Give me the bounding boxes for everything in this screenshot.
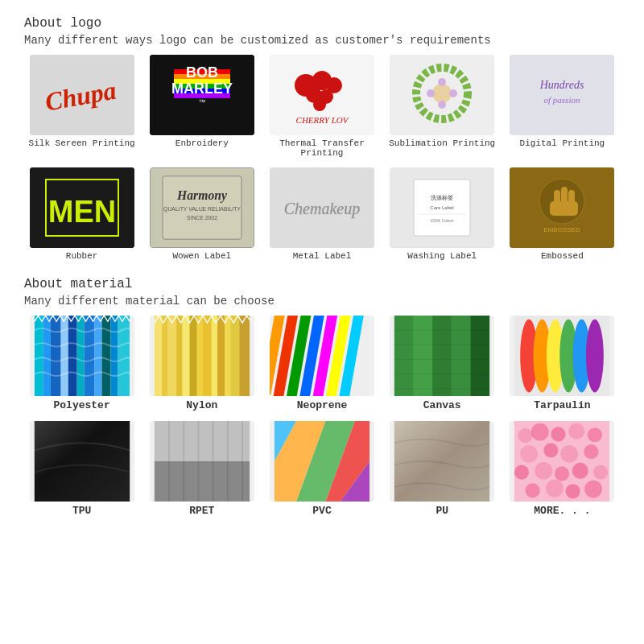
svg-rect-62 [101,316,110,396]
tarpaulin-label: Tarpaulin [534,399,590,411]
svg-rect-63 [110,316,118,396]
polyester-label: Polyester [53,399,109,411]
svg-text:CHERRY LOV: CHERRY LOV [296,115,349,125]
svg-text:™: ™ [198,98,205,106]
svg-point-126 [531,423,549,441]
rubber-item: MEN Rubber [24,167,139,267]
neoprene-image [270,316,374,396]
pvc-item: PVC [264,421,379,523]
svg-rect-71 [189,316,196,396]
svg-point-26 [449,89,457,97]
svg-text:BOB: BOB [186,64,218,80]
silk-screen-image: Chupa [30,55,134,135]
svg-point-130 [521,445,539,463]
sublimation-label: Sublimation Printing [389,138,495,148]
svg-point-134 [514,465,529,480]
svg-point-23 [438,78,446,86]
svg-rect-51 [550,201,578,216]
svg-point-18 [313,98,326,111]
rpet-label: RPET [189,505,214,517]
svg-point-127 [551,427,566,441]
svg-point-136 [555,466,569,481]
svg-point-104 [586,320,604,393]
svg-text:Chemakeup: Chemakeup [284,200,360,218]
svg-rect-89 [414,316,433,396]
thermal-image: CHERRY LOV [270,55,374,135]
washing-item: 洗涤标签 Care Label 100% Cotton Washing Labe… [385,167,500,267]
about-logo-title: About logo [24,16,620,31]
svg-point-132 [561,445,579,463]
svg-rect-70 [182,316,189,396]
svg-point-135 [535,462,553,480]
material-row-2: TPU [24,421,620,523]
svg-point-125 [518,428,533,443]
sublimation-image [390,55,494,135]
tpu-image [30,421,134,502]
digital-item: Hundreds of passion Digital Printing [505,55,620,164]
metal-label: Metal Label [293,251,352,261]
svg-rect-55 [43,316,50,396]
svg-rect-88 [394,316,414,396]
tarpaulin-item: Tarpaulin [505,316,620,418]
svg-text:Care Label: Care Label [431,205,454,210]
pvc-label: PVC [312,505,331,517]
polyester-item: Polyester [24,316,139,418]
svg-rect-74 [212,316,217,396]
silk-screen-label: Silk Sereen Printing [29,138,135,148]
digital-label: Digital Printing [520,138,605,148]
svg-point-131 [544,443,559,457]
pu-item: PU [385,421,500,523]
digital-image: Hundreds of passion [510,55,614,135]
svg-point-138 [593,465,608,480]
thermal-item: CHERRY LOV Thermal Transfer Printing [264,55,379,164]
svg-text:of passion: of passion [544,95,580,105]
more-label: MORE. . . [534,505,590,517]
svg-rect-72 [196,316,202,396]
embroidery-label: Enbroidery [175,138,229,148]
rubber-label: Rubber [66,251,98,261]
logo-row-2: MEN Rubber Harmony QUALITY VALUE RELIABI… [24,167,620,267]
svg-rect-78 [239,316,250,396]
embossed-image: EMBOSSED [510,167,614,248]
svg-rect-56 [51,316,61,396]
material-row-1: Polyester [24,316,620,418]
svg-rect-73 [203,316,212,396]
svg-rect-77 [230,316,239,396]
svg-point-141 [566,484,580,498]
page: About logo Many different ways logo can … [0,0,644,644]
rpet-item: RPET [144,421,259,523]
svg-point-142 [585,481,603,498]
nylon-item: Nylon [144,316,259,418]
svg-text:MEN: MEN [47,195,115,229]
svg-rect-64 [118,316,130,396]
more-image [510,421,614,502]
nylon-image [150,316,254,396]
canvas-image [390,316,494,396]
svg-point-133 [584,444,599,459]
nylon-label: Nylon [186,399,217,411]
metal-item: Chemakeup Metal Label [264,167,379,267]
svg-rect-66 [155,316,162,396]
rubber-image: MEN [30,167,134,248]
embroidery-item: BOB MARLEY ™ Enbroidery [144,55,259,164]
svg-rect-92 [471,316,490,396]
svg-point-129 [588,427,602,442]
svg-rect-67 [162,316,167,396]
pu-image [390,421,494,502]
woven-item: Harmony QUALITY VALUE RELIABILITY SINCE … [144,167,259,267]
svg-rect-90 [432,316,452,396]
neoprene-item: Neoprene [264,316,379,418]
silk-screen-item: Chupa Silk Sereen Printing [24,55,139,164]
washing-label: Washing Label [407,251,477,261]
canvas-item: Canvas [385,316,500,418]
svg-text:QUALITY VALUE RELIABILITY: QUALITY VALUE RELIABILITY [163,206,241,213]
svg-rect-91 [452,316,471,396]
tpu-item: TPU [24,421,139,523]
about-material-title: About material [24,277,620,291]
svg-rect-57 [60,316,68,396]
svg-text:MARLEY: MARLEY [171,80,233,97]
embossed-item: EMBOSSED Embossed [505,167,620,267]
svg-text:Harmony: Harmony [176,188,227,203]
svg-point-140 [546,480,564,497]
woven-image: Harmony QUALITY VALUE RELIABILITY SINCE … [150,167,254,248]
